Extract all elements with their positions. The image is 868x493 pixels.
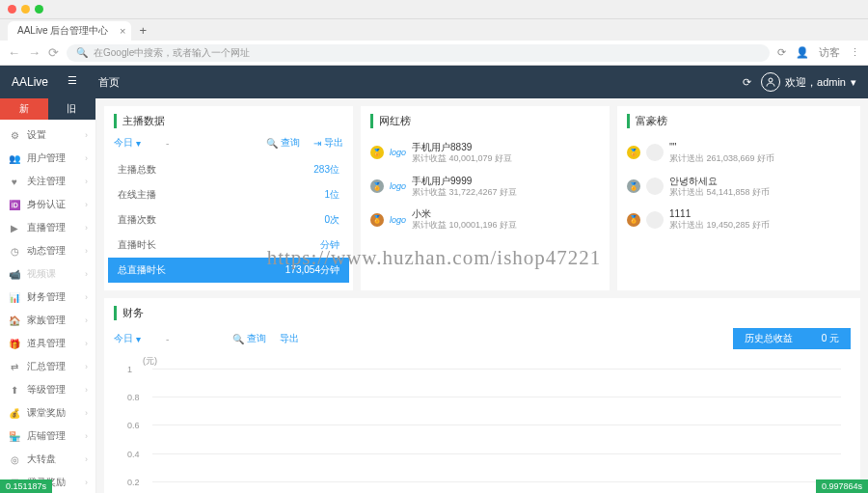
chevron-right-icon: › (85, 362, 88, 371)
close-window[interactable] (8, 5, 16, 14)
finance-search-button[interactable]: 🔍 查询 (232, 332, 266, 345)
chevron-right-icon: › (85, 315, 88, 325)
avatar (646, 178, 664, 195)
chevron-right-icon: › (85, 223, 88, 233)
sidebar-item-2[interactable]: ♥关注管理› (0, 170, 95, 193)
url-placeholder: 在Google中搜索，或者输入一个网址 (94, 46, 250, 60)
sidebar-icon: 💰 (8, 408, 21, 419)
sidebar-icon: 🏠 (8, 315, 21, 326)
finance-date-dropdown[interactable]: 今日 ▾ (114, 332, 141, 345)
sidebar-item-14[interactable]: ◎大转盘› (0, 448, 95, 471)
chevron-right-icon: › (85, 200, 88, 209)
sidebar-icon: ⇄ (8, 362, 21, 372)
medal-icon: 🏅 (627, 146, 640, 159)
rank-item: 🏅logo手机用户8839累计收益 40,001,079 好豆 (370, 136, 600, 170)
search-button[interactable]: 🔍 查询 (266, 136, 300, 150)
chevron-right-icon: › (85, 385, 88, 395)
brand: AALive (12, 75, 48, 89)
medal-icon: 🏅 (627, 179, 640, 193)
medal-icon: 🏅 (627, 213, 640, 227)
avatar (646, 144, 664, 161)
sidebar-item-7[interactable]: 📊财务管理› (0, 286, 95, 309)
chevron-right-icon: › (85, 269, 88, 279)
chevron-right-icon: › (85, 454, 88, 464)
sidebar-icon: 🆔 (8, 200, 21, 210)
sidebar-item-8[interactable]: 🏠家族管理› (0, 309, 95, 332)
nav-home[interactable]: 首页 (98, 75, 120, 90)
sidebar-tab-new[interactable]: 新 (0, 98, 48, 120)
add-tab-button[interactable]: + (131, 20, 154, 41)
stat-row: 直播次数0次 (114, 207, 343, 233)
menu-toggle-icon[interactable]: ☰ (68, 74, 87, 90)
browser-tab[interactable]: AALive 后台管理中心 × (8, 21, 131, 41)
browser-menu-icon[interactable]: ⋮ (850, 46, 860, 59)
sidebar-item-0[interactable]: ⚙设置› (0, 123, 95, 147)
chevron-right-icon: › (85, 339, 88, 348)
sidebar-icon: 👥 (8, 153, 21, 164)
reload-icon-right[interactable]: ⟳ (777, 46, 786, 59)
sidebar-icon: 📊 (8, 292, 21, 303)
chevron-right-icon: › (85, 130, 88, 140)
logo-badge: logo (390, 181, 406, 191)
sidebar-item-9[interactable]: 🎁道具管理› (0, 332, 95, 355)
panel-title-anchor: 主播数据 (114, 114, 343, 128)
refresh-icon[interactable]: ⟳ (743, 76, 751, 89)
history-total-button[interactable]: 历史总收益0 元 (733, 328, 851, 349)
sidebar-item-1[interactable]: 👥用户管理› (0, 147, 95, 170)
chevron-down-icon: ▾ (851, 76, 856, 89)
chevron-right-icon: › (85, 292, 88, 302)
sidebar-item-13[interactable]: 🏪店铺管理› (0, 425, 95, 448)
finance-export-button[interactable]: 导出 (280, 332, 299, 345)
date-dropdown[interactable]: 今日 ▾ (114, 136, 141, 150)
panel-title-finance: 财务 (114, 306, 851, 320)
rank-item: 🏅logo小米累计收益 10,0001,196 好豆 (370, 203, 600, 236)
perf-badge-right: 0.997864s (816, 479, 868, 493)
maximize-window[interactable] (35, 5, 43, 14)
chevron-right-icon: › (85, 153, 88, 163)
stat-row: 主播总数283位 (114, 157, 343, 182)
close-tab-icon[interactable]: × (120, 25, 125, 37)
sidebar-tab-old[interactable]: 旧 (48, 98, 96, 120)
export-button[interactable]: ⇥ 导出 (313, 136, 343, 150)
rank-item: 🏅logo手机用户9999累计收益 31,722,4267 好豆 (370, 170, 600, 204)
logo-badge: logo (390, 148, 406, 157)
reload-icon[interactable]: ⟳ (48, 45, 59, 60)
welcome-text: 欢迎，admin (785, 75, 846, 90)
back-icon[interactable]: ← (8, 45, 20, 60)
stat-row: 直播时长分钟 (114, 233, 343, 258)
sidebar-icon: 🎁 (8, 339, 21, 349)
medal-icon: 🏅 (370, 213, 384, 227)
sidebar-icon: ♥ (8, 177, 21, 187)
finance-chart: (元) 10.80.60.40.20 充值总额支付宝微信苹果支付 (114, 355, 851, 493)
sidebar-item-12[interactable]: 💰课堂奖励› (0, 401, 95, 425)
avatar (646, 211, 664, 229)
stat-row: 在线主播1位 (114, 182, 343, 207)
stat-row: 总直播时长173,054分钟 (108, 258, 349, 283)
minimize-window[interactable] (21, 5, 30, 14)
sidebar-item-5[interactable]: ◷动态管理› (0, 239, 95, 262)
visitor-icon: 👤 (796, 46, 809, 59)
sidebar-icon: 🏪 (8, 431, 21, 442)
sidebar-icon: 📹 (8, 269, 21, 280)
medal-icon: 🏅 (370, 146, 384, 159)
sidebar-item-11[interactable]: ⬆等级管理› (0, 378, 95, 401)
avatar-icon (761, 72, 780, 92)
sidebar-icon: ▶ (8, 223, 21, 233)
forward-icon[interactable]: → (28, 45, 41, 60)
rank-item: 🏅'"'累计送出 261,038,669 好币 (627, 136, 851, 170)
sidebar-item-10[interactable]: ⇄汇总管理› (0, 355, 95, 378)
sidebar-icon: ⬆ (8, 385, 21, 396)
chevron-right-icon: › (85, 177, 88, 186)
chevron-right-icon: › (85, 431, 88, 441)
logo-badge: logo (390, 215, 406, 225)
sidebar-item-3[interactable]: 🆔身份认证› (0, 193, 95, 216)
rank-item: 🏅1111累计送出 19,450,285 好币 (627, 203, 851, 236)
sidebar-item-4[interactable]: ▶直播管理› (0, 216, 95, 239)
sidebar-icon: ⚙ (8, 130, 21, 141)
user-menu[interactable]: 欢迎，admin ▾ (761, 72, 856, 92)
sidebar-item-6[interactable]: 📹视频课› (0, 262, 95, 286)
rank-item: 🏅안녕하세요累计送出 54,141,858 好币 (627, 170, 851, 204)
tab-title: AALive 后台管理中心 (17, 24, 108, 38)
perf-badge-left: 0.151187s (0, 479, 52, 493)
url-input[interactable]: 🔍 在Google中搜索，或者输入一个网址 (67, 44, 770, 62)
